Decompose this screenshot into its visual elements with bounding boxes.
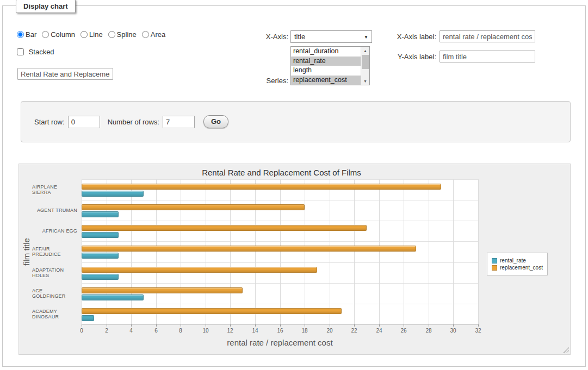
tick-mark [82, 324, 82, 327]
tick-mark [404, 324, 404, 327]
y-category-label: AIRPLANE SIERRA [32, 179, 77, 200]
tick-mark [478, 324, 479, 327]
bar-rental_rate-african-egg [82, 232, 119, 238]
x-tick-label: 4 [123, 328, 139, 334]
radio-label: Bar [26, 30, 36, 39]
gridline [404, 179, 404, 324]
chart-type-column[interactable]: Column [42, 30, 75, 39]
bar-replacement_cost-african-egg [82, 225, 367, 231]
tick-mark [255, 324, 256, 327]
gridline [429, 179, 429, 324]
stacked-checkbox[interactable] [17, 48, 24, 55]
x-tick-label: 30 [445, 328, 461, 334]
radio-column[interactable] [42, 31, 49, 38]
radio-label: Area [151, 30, 165, 39]
legend-item-rental_rate[interactable]: rental_rate [492, 258, 543, 264]
go-button[interactable]: Go [203, 115, 228, 128]
gridline [330, 179, 330, 324]
gridline [280, 179, 281, 324]
radio-bar[interactable] [17, 31, 24, 38]
plot-area [82, 179, 478, 324]
chart-type-radio-group: BarColumnLineSplineArea [17, 30, 171, 39]
gridline [206, 179, 206, 324]
chart-title: Rental Rate and Replacement Cost of Film… [19, 168, 544, 177]
stacked-option[interactable]: Stacked [17, 48, 54, 56]
radio-area[interactable] [142, 31, 149, 38]
tick-mark [206, 324, 206, 327]
x-tick-label: 2 [98, 328, 115, 334]
chart-type-bar[interactable]: Bar [17, 30, 36, 39]
radio-label: Line [89, 30, 103, 39]
display-chart-panel: Display chart BarColumnLineSplineArea St… [2, 5, 586, 367]
chart-type-area[interactable]: Area [142, 30, 165, 39]
series-listbox[interactable]: rental_durationrental_ratelengthreplacem… [290, 46, 370, 85]
chart-options-form: BarColumnLineSplineArea Stacked X-Axis: … [3, 6, 585, 98]
x-tick-label: 8 [172, 328, 189, 334]
gridline [230, 179, 231, 324]
tick-mark [453, 324, 454, 327]
chart-type-spline[interactable]: Spline [108, 30, 137, 39]
series-option-length[interactable]: length [291, 66, 361, 76]
series-option-rental_rate[interactable]: rental_rate [291, 57, 361, 66]
stacked-label: Stacked [29, 48, 54, 56]
y-axis-title: film title [20, 179, 32, 324]
start-row-input[interactable] [68, 116, 100, 128]
gridline [305, 179, 305, 324]
legend-label: rental_rate [500, 258, 526, 264]
tick-mark [379, 324, 380, 327]
chart-type-line[interactable]: Line [81, 30, 103, 39]
resize-handle-icon[interactable] [563, 347, 569, 353]
x-tick-label: 14 [247, 328, 263, 334]
x-tick-label: 32 [470, 328, 486, 334]
y-axis-label-field-label: Y-Axis label: [359, 53, 436, 61]
bar-rental_rate-agent-truman [82, 211, 119, 217]
scroll-down-icon[interactable]: ▼ [361, 77, 369, 85]
x-axis-label-field-label: X-Axis label: [359, 33, 436, 41]
y-category-label: ACE GOLDFINGER [32, 283, 77, 304]
radio-line[interactable] [81, 31, 88, 38]
chart-title-input[interactable] [17, 68, 113, 80]
tick-mark [354, 324, 355, 327]
num-rows-input[interactable] [163, 116, 195, 128]
bar-rental_rate-airplane-sierra [82, 191, 144, 197]
bar-rental_rate-affair-prejudice [82, 253, 119, 259]
tick-mark [156, 324, 157, 327]
radio-label: Column [51, 30, 75, 39]
y-axis-category-labels: AIRPLANE SIERRAAGENT TRUMANAFRICAN EGGAF… [32, 179, 80, 324]
y-category-label: ACADEMY DINOSAUR [32, 304, 77, 324]
bar-replacement_cost-ace-goldfinger [82, 287, 243, 293]
x-axis-tick-labels: 02468101214161820222426283032 [82, 328, 478, 334]
legend-swatch-icon [492, 258, 497, 264]
tick-mark [181, 324, 181, 327]
rows-panel: Start row: Number of rows: Go [21, 101, 571, 142]
tick-mark [330, 324, 330, 327]
x-tick-label: 10 [197, 328, 214, 334]
bar-replacement_cost-affair-prejudice [82, 246, 416, 252]
series-field-label: Series: [238, 77, 288, 85]
tick-mark [230, 324, 231, 327]
y-axis-label-input[interactable] [440, 51, 535, 62]
x-tick-label: 6 [148, 328, 164, 334]
y-category-label: AGENT TRUMAN [32, 200, 77, 221]
x-tick-label: 16 [272, 328, 288, 334]
x-tick-label: 12 [222, 328, 238, 334]
legend-label: replacement_cost [500, 265, 543, 271]
tick-mark [429, 324, 429, 327]
bar-replacement_cost-airplane-sierra [82, 184, 441, 190]
radio-spline[interactable] [108, 31, 115, 38]
series-option-rental_duration[interactable]: rental_duration [291, 47, 361, 57]
gridline [379, 179, 380, 324]
bar-rental_rate-adaptation-holes [82, 274, 119, 280]
legend-item-replacement_cost[interactable]: replacement_cost [492, 265, 543, 271]
num-rows-label: Number of rows: [108, 118, 159, 126]
x-tick-label: 28 [420, 328, 437, 334]
tick-mark [131, 324, 132, 327]
chart-legend: rental_ratereplacement_cost [487, 253, 548, 275]
gridline [107, 179, 107, 324]
x-axis-field-label: X-Axis: [238, 33, 288, 41]
gridline [478, 179, 479, 324]
series-option-replacement_cost[interactable]: replacement_cost [291, 76, 361, 85]
gridline [453, 179, 454, 324]
x-axis-label-input[interactable] [440, 30, 535, 42]
bar-rental_rate-ace-goldfinger [82, 294, 144, 300]
